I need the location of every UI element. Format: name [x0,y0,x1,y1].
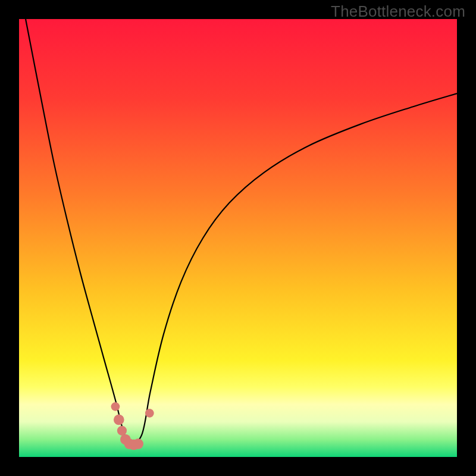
curve-bottleneck-curve-left [26,19,129,446]
marker-point-7 [145,409,154,418]
marker-point-0 [111,402,120,411]
outer-frame: TheBottleneck.com [0,0,476,476]
marker-point-2 [117,426,127,436]
plot-area [19,19,457,457]
curve-bottleneck-curve-right [129,93,457,446]
chart-svg [19,19,457,457]
marker-point-1 [114,415,124,425]
watermark-label: TheBottleneck.com [331,2,465,21]
marker-point-6 [133,439,143,449]
